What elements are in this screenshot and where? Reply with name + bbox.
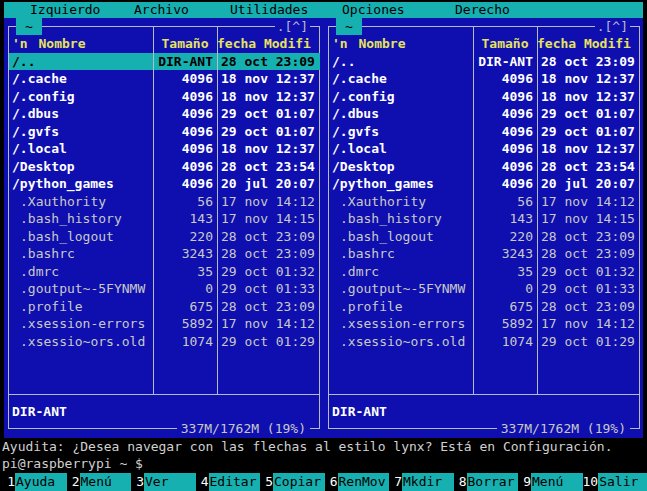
function-key-number: 5 [260,473,273,491]
file-name: .xsessio~ors.old [9,333,153,351]
panel-path[interactable]: ~ [16,18,42,36]
file-row[interactable]: .bashrc 3243 28 oct 23:09 [9,245,320,263]
file-size: 4096 [153,123,217,141]
file-list: /.. DIR-ANT 28 oct 23:09 /.cache 4096 18… [329,53,640,386]
file-row[interactable]: /.gvfs 4096 29 oct 01:07 [9,123,320,141]
file-row[interactable]: .bash_logout 220 28 oct 23:09 [329,228,640,246]
menu-item[interactable]: Opciones [342,2,405,18]
file-row[interactable]: /.gvfs 4096 29 oct 01:07 [329,123,640,141]
file-row[interactable]: /.local 4096 18 nov 12:37 [9,140,320,158]
file-mtime: 28 oct 23:09 [537,53,640,71]
file-row[interactable]: .Xauthority 56 17 nov 14:12 [9,193,320,211]
file-name: /.cache [329,70,473,88]
function-key-button[interactable]: 9 Menú [518,473,583,491]
function-key-label: Menú [80,473,132,491]
file-row[interactable]: /python_games 4096 20 jul 20:07 [329,175,640,193]
menu-item[interactable]: Derecho [455,2,510,18]
file-size: 220 [153,228,217,246]
file-size: 143 [153,210,217,228]
sort-indicator: 'n [12,35,28,53]
file-row[interactable]: .profile 675 28 oct 23:09 [329,298,640,316]
function-key-number: 1 [2,473,15,491]
column-header-mtime[interactable]: fecha Modifi [217,35,320,53]
function-key-button[interactable]: 2 Menú [67,473,132,491]
file-row[interactable]: .profile 675 28 oct 23:09 [9,298,320,316]
shell-prompt: pi@raspberrypi ~ $ [2,456,143,471]
panel-path[interactable]: ~ [336,18,362,36]
column-header-name[interactable]: Nombre [329,35,473,53]
free-space-indicator: 337M/1762M (19%) [497,420,630,438]
menu-bar: IzquierdoArchivoUtilidadesOpcionesDerech… [4,2,643,18]
file-row[interactable]: .Xauthority 56 17 nov 14:12 [329,193,640,211]
file-name: /.config [9,88,153,106]
function-key-button[interactable]: 7 Mkdir [389,473,454,491]
file-row[interactable]: .bash_logout 220 28 oct 23:09 [9,228,320,246]
file-row[interactable]: .bashrc 3243 28 oct 23:09 [329,245,640,263]
function-key-button[interactable]: 3 Ver [131,473,196,491]
file-name: .bash_logout [329,228,473,246]
file-size: 35 [473,263,537,281]
file-row[interactable]: .dmrc 35 29 oct 01:32 [9,263,320,281]
column-header-size[interactable]: Tamaño [153,35,217,53]
file-size: 675 [473,298,537,316]
command-line[interactable]: pi@raspberrypi ~ $ [2,455,647,473]
file-size: 4096 [473,105,537,123]
file-row[interactable]: .bash_history 143 17 nov 14:15 [9,210,320,228]
file-row[interactable]: /.config 4096 18 nov 12:37 [329,88,640,106]
file-row[interactable]: .goutput~-5FYNMW 0 29 oct 01:33 [329,280,640,298]
file-row[interactable]: /.. DIR-ANT 28 oct 23:09 [9,53,320,71]
menu-item[interactable]: Izquierdo [30,2,100,18]
file-mtime: 28 oct 23:54 [537,158,640,176]
file-name: .goutput~-5FYNMW [329,280,473,298]
function-key-button[interactable]: 6 RenMov [325,473,390,491]
file-mtime: 17 nov 14:12 [217,193,320,211]
file-row[interactable]: .bash_history 143 17 nov 14:15 [329,210,640,228]
menu-item[interactable]: Archivo [134,2,189,18]
file-row[interactable]: /.local 4096 18 nov 12:37 [329,140,640,158]
file-row[interactable]: /.. DIR-ANT 28 oct 23:09 [329,53,640,71]
function-key-label: Ayuda [15,473,67,491]
file-mtime: 29 oct 01:07 [537,105,640,123]
function-key-button[interactable]: 4 Editar [196,473,261,491]
file-row[interactable]: .xsession-errors 5892 17 nov 14:12 [329,315,640,333]
function-key-button[interactable]: 8 Borrar [454,473,519,491]
column-header-mtime[interactable]: fecha Modifi [537,35,640,53]
file-name: .xsession-errors [329,315,473,333]
function-key-button[interactable]: 10 Salir [583,473,647,491]
file-row[interactable]: /.config 4096 18 nov 12:37 [9,88,320,106]
file-row[interactable]: .goutput~-5FYNMW 0 29 oct 01:33 [9,280,320,298]
file-row[interactable]: /python_games 4096 20 jul 20:07 [9,175,320,193]
file-mtime: 17 nov 14:12 [217,315,320,333]
file-size: 4096 [473,158,537,176]
column-header-name[interactable]: Nombre [9,35,153,53]
function-key-number: 7 [389,473,402,491]
file-size: 56 [153,193,217,211]
file-name: /.config [329,88,473,106]
file-mtime: 20 jul 20:07 [537,175,640,193]
file-mtime: 29 oct 01:07 [217,105,320,123]
function-key-button[interactable]: 1 Ayuda [2,473,67,491]
menu-item[interactable]: Utilidades [230,2,308,18]
file-row[interactable]: /.dbus 4096 29 oct 01:07 [329,105,640,123]
column-separator-line [473,26,474,394]
file-name: /.dbus [9,105,153,123]
mini-status-separator [9,394,320,395]
file-row[interactable]: .dmrc 35 29 oct 01:32 [329,263,640,281]
file-row[interactable]: .xsessio~ors.old 1074 29 oct 01:29 [329,333,640,351]
file-size: 4096 [473,175,537,193]
file-row[interactable]: /.cache 4096 18 nov 12:37 [9,70,320,88]
file-mtime: 18 nov 12:37 [217,140,320,158]
file-row[interactable]: /Desktop 4096 28 oct 23:54 [329,158,640,176]
function-key-button[interactable]: 5 Copiar [260,473,325,491]
file-size: 1074 [153,333,217,351]
file-name: /.gvfs [9,123,153,141]
column-header-size[interactable]: Tamaño [473,35,537,53]
file-row[interactable]: /.dbus 4096 29 oct 01:07 [9,105,320,123]
file-row[interactable]: /Desktop 4096 28 oct 23:54 [9,158,320,176]
file-row[interactable]: .xsession-errors 5892 17 nov 14:12 [9,315,320,333]
panel-up-button[interactable]: .[^] [595,18,630,36]
file-row[interactable]: /.cache 4096 18 nov 12:37 [329,70,640,88]
panel-up-button[interactable]: .[^] [275,18,310,36]
file-row[interactable]: .xsessio~ors.old 1074 29 oct 01:29 [9,333,320,351]
file-name: .bashrc [9,245,153,263]
